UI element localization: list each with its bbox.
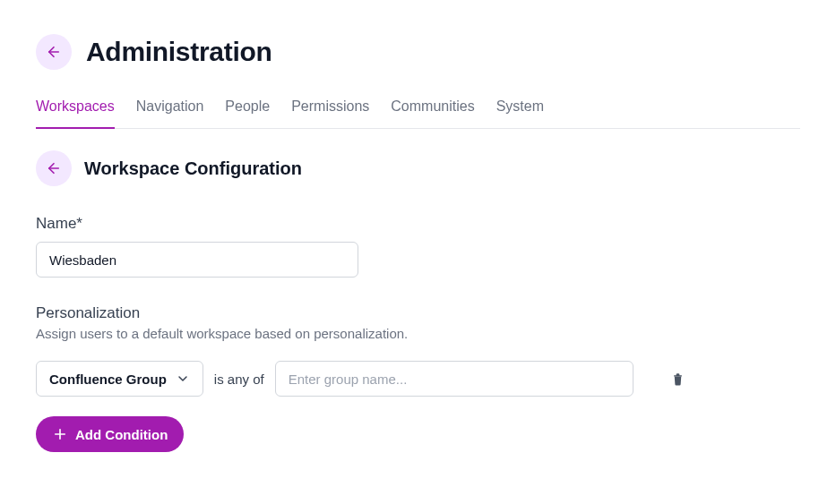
delete-condition-button[interactable] bbox=[668, 368, 689, 389]
add-condition-label: Add Condition bbox=[75, 427, 168, 442]
tab-workspaces[interactable]: Workspaces bbox=[36, 98, 115, 129]
group-name-input[interactable] bbox=[275, 361, 633, 397]
name-label: Name* bbox=[36, 215, 800, 233]
name-input[interactable] bbox=[36, 242, 358, 278]
add-condition-button[interactable]: Add Condition bbox=[36, 416, 184, 452]
arrow-left-icon bbox=[46, 44, 62, 60]
tab-communities[interactable]: Communities bbox=[391, 98, 474, 129]
tab-permissions[interactable]: Permissions bbox=[291, 98, 369, 129]
personalization-title: Personalization bbox=[36, 304, 800, 322]
page-title: Administration bbox=[86, 37, 271, 67]
condition-row: Confluence Group is any of bbox=[36, 361, 800, 397]
condition-type-select[interactable]: Confluence Group bbox=[36, 361, 203, 397]
tab-navigation[interactable]: Navigation bbox=[136, 98, 204, 129]
personalization-description: Assign users to a default workspace base… bbox=[36, 326, 800, 341]
chevron-down-icon bbox=[176, 372, 190, 386]
section-title: Workspace Configuration bbox=[84, 158, 302, 179]
condition-operator: is any of bbox=[214, 372, 264, 387]
tabs-nav: Workspaces Navigation People Permissions… bbox=[36, 98, 800, 129]
trash-icon bbox=[671, 372, 685, 386]
back-button[interactable] bbox=[36, 34, 72, 70]
condition-type-label: Confluence Group bbox=[49, 372, 167, 387]
page-header: Administration bbox=[36, 34, 800, 70]
tab-system[interactable]: System bbox=[496, 98, 544, 129]
personalization-section: Personalization Assign users to a defaul… bbox=[36, 304, 800, 452]
section-header: Workspace Configuration bbox=[36, 150, 800, 186]
plus-icon bbox=[52, 426, 68, 442]
arrow-left-icon bbox=[46, 160, 62, 176]
section-back-button[interactable] bbox=[36, 150, 72, 186]
tab-people[interactable]: People bbox=[225, 98, 270, 129]
name-field-group: Name* bbox=[36, 215, 800, 278]
